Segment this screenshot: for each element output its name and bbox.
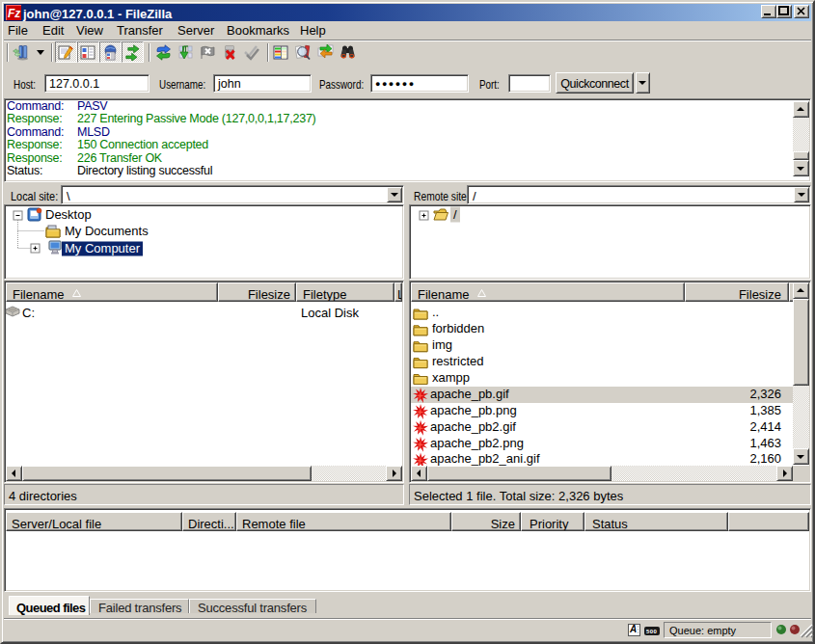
svg-text:xampp: xampp bbox=[432, 370, 470, 385]
svg-text:apache_pb.gif: apache_pb.gif bbox=[430, 387, 509, 401]
svg-text:Fz: Fz bbox=[8, 7, 20, 20]
svg-text:1,463: 1,463 bbox=[749, 436, 781, 450]
svg-text:..: .. bbox=[432, 305, 439, 319]
svg-text:apache_pb.png: apache_pb.png bbox=[430, 403, 517, 417]
svg-text:forbidden: forbidden bbox=[432, 321, 484, 335]
svg-text:Desktop: Desktop bbox=[45, 207, 92, 222]
svg-text:My Computer: My Computer bbox=[65, 241, 141, 255]
svg-text:My Documents: My Documents bbox=[65, 224, 149, 238]
svg-text:apache_pb2_ani.gif: apache_pb2_ani.gif bbox=[430, 451, 540, 466]
svg-text:/: / bbox=[453, 207, 457, 222]
svg-text:img: img bbox=[432, 337, 452, 352]
svg-text:2,160: 2,160 bbox=[749, 451, 781, 466]
svg-text:restricted: restricted bbox=[432, 354, 483, 368]
svg-text:apache_pb2.gif: apache_pb2.gif bbox=[430, 419, 516, 434]
svg-text:2,326: 2,326 bbox=[749, 387, 781, 401]
svg-text:apache_pb2.png: apache_pb2.png bbox=[430, 436, 524, 450]
svg-text:2,414: 2,414 bbox=[749, 419, 781, 434]
svg-text:1,385: 1,385 bbox=[749, 403, 781, 417]
